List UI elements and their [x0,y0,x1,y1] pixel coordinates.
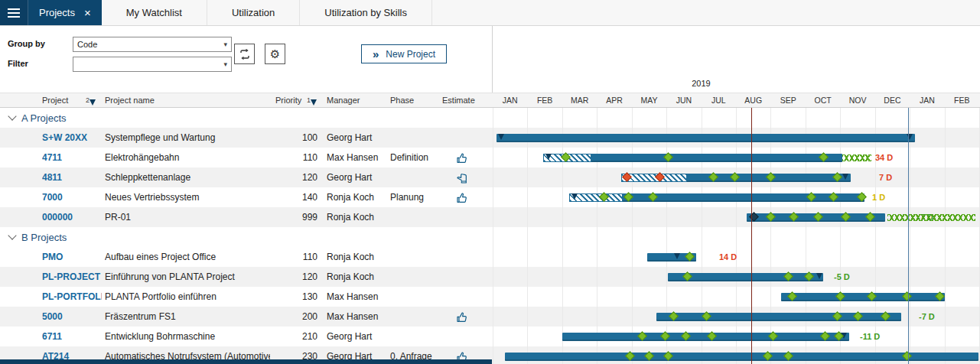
group-by-select[interactable]: Code ▾ [73,37,232,52]
project-code-cell: 5000 [42,307,102,327]
group-header-row[interactable]: B Projects [0,227,980,247]
project-name-cell: Systempflege und Wartung [105,128,270,148]
tab-utilization-by-skills[interactable]: Utilization by Skills [300,0,432,25]
manager-cell: Max Hansen [327,148,388,167]
planta-project-window: Projects × My Watchlist Utilization Util… [0,0,980,364]
table-header-row: Project 2▲ Project name Priority 1▲ Mana… [0,93,980,108]
gantt-row [493,128,980,148]
month-label: JUN [666,93,701,107]
manager-cell: Ronja Koch [327,267,388,287]
bar-end-marker-icon [842,174,848,180]
delay-label: 34 D [875,148,893,167]
table-row[interactable]: 000000PR-01999Ronja Koch-7 D [0,207,980,227]
timeline-end-line [908,108,909,364]
column-header-project[interactable]: Project [42,93,68,107]
table-row[interactable]: 6711Entwicklung Bohrmaschine210Georg Har… [0,327,980,346]
manager-cell: Max Hansen [327,287,388,307]
settings-button[interactable]: ⚙ [265,44,285,64]
table-row[interactable]: 4811Schleppkettenanlage120Georg Hart7 D [0,167,980,187]
manager-cell: Max Hansen [327,307,388,327]
bar-end-marker-icon [816,273,822,279]
gantt-row [493,346,980,364]
project-code-cell: PL-PROJECT [42,267,102,287]
reload-button[interactable] [234,44,255,64]
delay-label: -7 D [919,307,935,327]
table-row[interactable]: 5000Fräszentrum FS1200Max Hansen-7 D [0,307,980,327]
priority-cell: 130 [272,287,317,307]
gantt-row: -5 D [493,267,980,287]
priority-cell: 120 [272,267,317,287]
table-row[interactable]: PMOAufbau eines Project Office110Ronja K… [0,247,980,267]
table-row[interactable]: S+W 20XXSystempflege und Wartung100Georg… [0,128,980,148]
table-row[interactable]: PL-PORTFOLIOPLANTA Portfolio einführen13… [0,287,980,307]
manager-cell: Ronja Koch [327,207,388,227]
project-name-cell: Schleppkettenanlage [105,167,270,187]
gear-icon: ⚙ [270,48,280,60]
table-row[interactable]: 7000Neues Vertriebssystem140Ronja KochPl… [0,187,980,207]
gantt-row [493,227,980,247]
project-code-cell: 4811 [42,167,102,187]
gantt-row: 14 D [493,247,980,267]
tab-label: My Watchlist [126,7,182,18]
manager-cell: Georg Hart [327,128,388,148]
close-tab-icon[interactable]: × [84,7,91,18]
gantt-row: 1 D [493,187,980,207]
gantt-row [493,108,980,128]
priority-cell: 110 [272,247,317,267]
sort-up-icon: ▲ [311,99,317,106]
delay-label: -11 D [860,327,880,346]
column-header-manager[interactable]: Manager [327,93,360,107]
gantt-bar-planned[interactable] [621,174,687,182]
thumbs-up-icon[interactable] [447,148,477,167]
project-code-cell: PL-PORTFOLIO [42,287,102,307]
gantt-row [493,287,980,307]
month-label: JAN [910,93,944,107]
priority-cell: 200 [272,307,317,327]
gantt-row: -11 D [493,327,980,346]
tab-label: Projects [39,7,75,18]
gantt-bar[interactable] [781,293,945,301]
chevron-down-icon [8,112,16,120]
gantt-bar[interactable] [497,134,915,142]
tab-projects-active[interactable]: Projects × [28,0,102,25]
project-code-cell: PMO [42,247,102,267]
month-label: NOV [840,93,874,107]
column-header-project-name[interactable]: Project name [105,93,155,107]
month-label: SEP [770,93,805,107]
delay-chevrons-icon [842,154,871,161]
new-project-button[interactable]: » New Project [361,44,447,63]
chevron-down-icon [8,231,16,239]
project-code-cell: S+W 20XX [42,128,102,148]
table-row[interactable]: 4711Elektrohängebahn110Max HansenDefinit… [0,148,980,167]
gantt-bar[interactable] [656,313,901,321]
chevron-down-icon: ▾ [223,60,227,68]
priority-cell: 120 [272,167,317,187]
gantt-bar[interactable] [562,333,849,341]
bar-end-marker-icon [674,253,680,259]
bar-end-marker-icon [571,193,578,200]
month-label: FEB [527,93,562,107]
main-menu-button[interactable] [0,0,28,25]
delay-label: -7 D [917,207,933,227]
hamburger-icon [8,8,20,18]
group-label: B Projects [21,232,67,243]
gantt-row: 34 D [493,148,980,167]
filter-select[interactable]: ▾ [73,57,232,72]
new-project-label: New Project [386,49,435,60]
group-header-row[interactable]: A Projects [0,108,980,128]
filter-label: Filter [8,59,28,68]
hand-neutral-icon[interactable] [447,167,477,187]
table-row[interactable]: PL-PROJECTEinführung von PLANTA Project1… [0,267,980,287]
thumbs-up-icon[interactable] [447,187,477,207]
month-label: MAY [632,93,666,107]
month-label: FEB [945,93,979,107]
column-header-priority[interactable]: Priority [275,93,301,107]
reload-icon [239,48,251,60]
horizontal-scrollbar[interactable] [0,359,492,364]
tab-utilization[interactable]: Utilization [207,0,300,25]
thumbs-up-icon[interactable] [447,307,477,327]
column-header-phase[interactable]: Phase [390,93,414,107]
column-header-estimate[interactable]: Estimate [442,93,475,107]
tab-my-watchlist[interactable]: My Watchlist [102,0,207,25]
tab-bar: Projects × My Watchlist Utilization Util… [0,0,980,26]
